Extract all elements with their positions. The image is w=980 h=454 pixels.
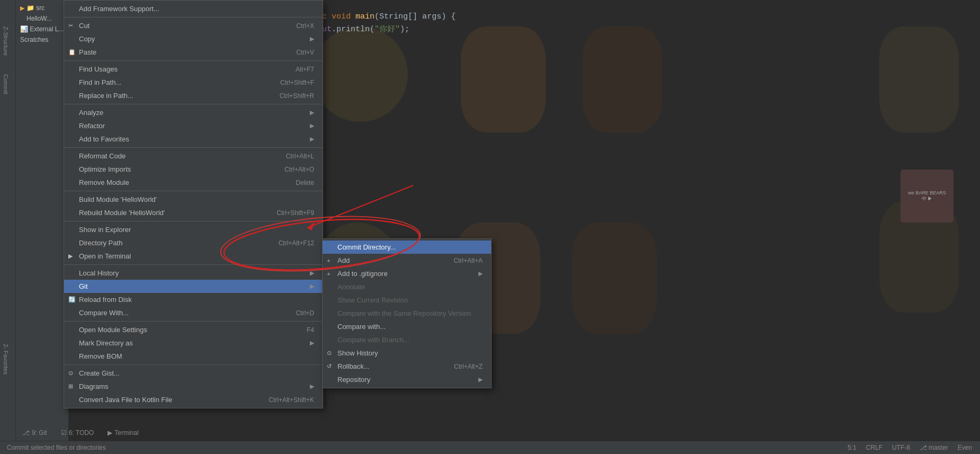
git-tab[interactable]: ⎇ 9: Git — [16, 426, 54, 439]
menu-item-diagrams[interactable]: ⊞ Diagrams ▶ — [64, 380, 323, 393]
status-message-text: Commit selected files or directories — [7, 444, 106, 451]
terminal-tab-icon: ▶ — [108, 429, 112, 437]
bg-decoration — [879, 26, 959, 132]
submenu-item-compare-branch: Compare with Branch... — [323, 333, 491, 346]
git-tab-label: 9: Git — [32, 429, 47, 437]
project-item-external[interactable]: 📊 External L... — [16, 24, 68, 34]
menu-item-show-explorer[interactable]: Show in Explorer — [64, 223, 323, 236]
status-line-endings[interactable]: CRLF — [863, 444, 885, 451]
git-submenu: Commit Directory... + Add Ctrl+Alt+A + A… — [322, 238, 492, 388]
submenu-arrow: ▶ — [310, 383, 314, 390]
submenu-arrow: ▶ — [478, 270, 483, 277]
cut-icon: ✂ — [68, 22, 73, 29]
menu-item-replace-in-path[interactable]: Replace in Path... Ctrl+Shift+R — [64, 89, 323, 102]
menu-item-copy[interactable]: Copy ▶ — [64, 32, 323, 46]
submenu-item-show-current: Show Current Revision — [323, 293, 491, 307]
status-branch[interactable]: ⎇ master — [917, 444, 951, 451]
menu-item-open-terminal[interactable]: ▶ Open in Terminal — [64, 250, 323, 263]
menu-item-cut[interactable]: ✂ Cut Ctrl+X — [64, 19, 323, 32]
terminal-icon: ▶ — [68, 253, 73, 260]
submenu-arrow: ▶ — [310, 283, 314, 290]
menu-item-add-framework[interactable]: Add Framework Support... — [64, 2, 323, 15]
bottom-panel: ⎇ 9: Git ☑ 6: TODO ▶ Terminal — [16, 425, 145, 441]
status-message: Commit selected files or directories — [4, 444, 109, 451]
status-bar-left: Commit selected files or directories — [0, 444, 840, 451]
diagrams-icon: ⊞ — [68, 383, 73, 390]
branch-icon: ⎇ — [920, 444, 927, 451]
commit-label: Commit — [3, 74, 9, 94]
menu-separator — [64, 191, 323, 191]
status-bar-right: 5:1 CRLF UTF-8 ⎇ master Even — [840, 444, 980, 451]
project-item-src[interactable]: ▶ 📁 src — [16, 3, 68, 13]
menu-item-analyze[interactable]: Analyze ▶ — [64, 106, 323, 119]
menu-separator — [64, 147, 323, 148]
menu-item-reformat[interactable]: Reformat Code Ctrl+Alt+L — [64, 149, 323, 163]
crlf-text: CRLF — [866, 444, 883, 451]
decoration-badge: we BARE BEARS中 ▶ — [901, 170, 954, 222]
rollback-icon: ↺ — [327, 363, 332, 370]
status-position[interactable]: 5:1 — [845, 444, 859, 451]
terminal-tab[interactable]: ▶ Terminal — [101, 426, 145, 439]
menu-separator — [64, 17, 323, 17]
project-item-scratches[interactable]: Scratches — [16, 34, 68, 45]
submenu-arrow: ▶ — [310, 270, 314, 277]
todo-tab-icon: ☑ — [61, 429, 67, 437]
menu-separator — [64, 321, 323, 322]
menu-item-add-to-favorites[interactable]: Add to Favorites ▶ — [64, 132, 323, 146]
menu-item-find-usages[interactable]: Find Usages Alt+F7 — [64, 63, 323, 76]
terminal-tab-label: Terminal — [114, 429, 138, 437]
project-panel: ▶ 📁 src HelloW... 📊 External L... Scratc… — [16, 0, 69, 454]
status-encoding[interactable]: UTF-8 — [889, 444, 913, 451]
submenu-item-rollback[interactable]: ↺ Rollback... Ctrl+Alt+Z — [323, 360, 491, 373]
left-sidebar: Z-Structure Commit 2- Favorites — [0, 0, 16, 454]
add-icon: + — [327, 257, 330, 264]
submenu-item-commit-directory[interactable]: Commit Directory... — [323, 241, 491, 254]
z-structure-label: Z-Structure — [3, 26, 9, 56]
menu-item-find-in-path[interactable]: Find in Path... Ctrl+Shift+F — [64, 76, 323, 89]
submenu-item-repository[interactable]: Repository ▶ — [323, 373, 491, 386]
paste-icon: 📋 — [68, 49, 76, 56]
status-bar: Commit selected files or directories 5:1… — [0, 441, 980, 454]
branch-text: master — [929, 444, 948, 451]
menu-item-remove-module[interactable]: Remove Module Delete — [64, 176, 323, 189]
menu-item-compare-with[interactable]: Compare With... Ctrl+D — [64, 306, 323, 319]
favorites-label: 2- Favorites — [3, 344, 9, 375]
submenu-arrow: ▶ — [310, 122, 314, 129]
gist-icon: ⊙ — [68, 370, 73, 377]
project-item-hello[interactable]: HelloW... — [16, 13, 68, 24]
menu-item-open-module-settings[interactable]: Open Module Settings F4 — [64, 323, 323, 336]
submenu-arrow: ▶ — [310, 340, 314, 346]
menu-item-remove-bom[interactable]: Remove BOM — [64, 350, 323, 363]
todo-tab-label: 6: TODO — [69, 429, 94, 437]
notification-text: Even — [958, 444, 972, 451]
menu-item-convert-java[interactable]: Convert Java File to Kotlin File Ctrl+Al… — [64, 393, 323, 406]
menu-item-git[interactable]: Git ▶ — [64, 280, 323, 293]
menu-item-build-module[interactable]: Build Module 'HelloWorld' — [64, 193, 323, 206]
menu-separator — [64, 221, 323, 221]
submenu-arrow: ▶ — [310, 35, 314, 42]
context-menu: Add Framework Support... ✂ Cut Ctrl+X Co… — [64, 0, 323, 408]
reload-icon: 🔄 — [68, 296, 76, 303]
git-tab-icon: ⎇ — [22, 429, 30, 437]
menu-item-paste[interactable]: 📋 Paste Ctrl+V — [64, 46, 323, 59]
status-notification[interactable]: Even — [955, 444, 975, 451]
menu-separator — [64, 264, 323, 265]
menu-item-mark-directory[interactable]: Mark Directory as ▶ — [64, 336, 323, 350]
menu-item-refactor[interactable]: Refactor ▶ — [64, 119, 323, 132]
menu-item-reload-from-disk[interactable]: 🔄 Reload from Disk — [64, 293, 323, 306]
submenu-arrow: ▶ — [310, 136, 314, 143]
submenu-item-show-history[interactable]: ⊙ Show History — [323, 346, 491, 360]
submenu-item-compare-with[interactable]: Compare with... — [323, 320, 491, 333]
menu-item-rebuild-module[interactable]: Rebuild Module 'HelloWorld' Ctrl+Shift+F… — [64, 206, 323, 219]
menu-item-directory-path[interactable]: Directory Path Ctrl+Alt+F12 — [64, 236, 323, 250]
submenu-item-add-gitignore[interactable]: + Add to .gitignore ▶ — [323, 267, 491, 280]
menu-item-optimize-imports[interactable]: Optimize Imports Ctrl+Alt+O — [64, 163, 323, 176]
menu-separator — [64, 60, 323, 61]
menu-item-create-gist[interactable]: ⊙ Create Gist... — [64, 367, 323, 380]
bg-decoration — [572, 222, 657, 334]
submenu-item-annotate: Annotate — [323, 280, 491, 293]
submenu-arrow: ▶ — [310, 109, 314, 116]
submenu-item-add[interactable]: + Add Ctrl+Alt+A — [323, 254, 491, 267]
todo-tab[interactable]: ☑ 6: TODO — [55, 426, 101, 439]
menu-item-local-history[interactable]: Local History ▶ — [64, 266, 323, 280]
